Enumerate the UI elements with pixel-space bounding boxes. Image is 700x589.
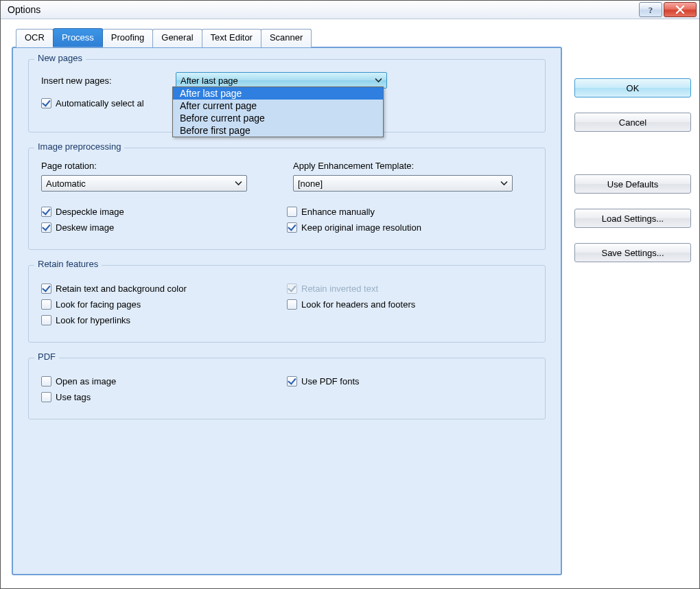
retain-text-bg-checkbox[interactable] [41, 284, 51, 294]
group-pdf: PDF Open as image Use tags Use PDF fonts [28, 358, 546, 419]
ok-button[interactable]: OK [574, 78, 691, 97]
page-rotation-select[interactable]: Automatic [41, 175, 247, 192]
use-tags-label: Use tags [56, 392, 91, 402]
tab-general[interactable]: General [152, 29, 202, 47]
tab-proofing[interactable]: Proofing [102, 29, 153, 47]
imgprep-checkcols: Despeckle image Deskew image Enhance man… [41, 201, 533, 238]
tab-strip: OCR Process Proofing General Text Editor… [16, 29, 562, 47]
titlebar: Options ? [1, 1, 699, 19]
right-column: OK Cancel Use Defaults Load Settings... … [574, 29, 691, 576]
svg-text:?: ? [649, 5, 653, 14]
tab-process[interactable]: Process [53, 28, 103, 47]
imgprep-topcols: Page rotation: Automatic Apply Enhanceme… [41, 161, 533, 192]
keep-resolution-checkbox[interactable] [287, 222, 297, 233]
use-pdf-fonts-label: Use PDF fonts [301, 376, 360, 386]
look-hyperlinks-label: Look for hyperlinks [56, 315, 130, 325]
auto-select-label: Automatically select al [56, 98, 144, 108]
chevron-down-icon [375, 78, 382, 83]
tab-panel: New pages Insert new pages: After last p… [12, 47, 562, 575]
close-icon [675, 5, 685, 14]
use-tags-checkbox[interactable] [41, 392, 51, 402]
group-image-preprocessing: Image preprocessing Page rotation: Autom… [28, 148, 546, 250]
chevron-down-icon [500, 181, 508, 186]
dropdown-item-after-last[interactable]: After last page [173, 87, 383, 100]
deskew-label: Deskew image [56, 222, 114, 233]
help-icon: ? [646, 5, 655, 14]
help-button[interactable]: ? [639, 2, 662, 17]
enhancement-template-value: [none] [298, 178, 323, 189]
titlebar-buttons: ? [639, 2, 697, 17]
enhance-manually-label: Enhance manually [301, 207, 375, 217]
group-retain-features: Retain features Retain text and backgrou… [28, 265, 546, 343]
tab-text-editor[interactable]: Text Editor [202, 29, 261, 47]
look-facing-label: Look for facing pages [56, 299, 141, 310]
use-defaults-button[interactable]: Use Defaults [574, 174, 691, 194]
window-title: Options [8, 4, 40, 15]
enhancement-template-select[interactable]: [none] [293, 175, 513, 192]
page-rotation-label: Page rotation: [41, 161, 281, 171]
despeckle-label: Despeckle image [56, 207, 124, 217]
close-button[interactable] [664, 2, 697, 17]
open-as-image-checkbox[interactable] [41, 376, 51, 386]
enhancement-template-label: Apply Enhancement Template: [293, 161, 533, 171]
retain-inverted-label: Retain inverted text [301, 284, 378, 294]
dropdown-item-after-current[interactable]: After current page [173, 100, 383, 112]
look-headers-label: Look for headers and footers [301, 299, 415, 310]
dialog-body: OCR Process Proofing General Text Editor… [1, 19, 699, 588]
group-title-new-pages: New pages [34, 53, 86, 63]
dropdown-item-before-current[interactable]: Before current page [173, 112, 383, 124]
tab-ocr[interactable]: OCR [16, 29, 54, 47]
auto-select-checkbox[interactable] [41, 98, 51, 108]
deskew-checkbox[interactable] [41, 222, 51, 233]
keep-resolution-label: Keep original image resolution [301, 222, 421, 233]
chevron-down-icon [235, 181, 242, 186]
left-column: OCR Process Proofing General Text Editor… [12, 29, 562, 576]
look-headers-checkbox[interactable] [287, 299, 297, 310]
tab-scanner[interactable]: Scanner [261, 29, 312, 47]
retain-text-bg-label: Retain text and background color [56, 284, 187, 294]
enhance-manually-checkbox[interactable] [287, 207, 297, 217]
insert-new-pages-value: After last page [180, 76, 238, 86]
group-title-image-preprocessing: Image preprocessing [34, 141, 124, 152]
page-rotation-value: Automatic [46, 178, 86, 189]
options-dialog: Options ? OCR Process Proofing General T… [0, 0, 700, 589]
despeckle-checkbox[interactable] [41, 207, 51, 217]
retain-inverted-checkbox [287, 284, 297, 294]
save-settings-button[interactable]: Save Settings... [574, 243, 691, 262]
look-facing-checkbox[interactable] [41, 299, 51, 310]
insert-new-pages-dropdown[interactable]: After last page After current page Befor… [172, 86, 384, 137]
insert-new-pages-label: Insert new pages: [41, 76, 176, 86]
retain-cols: Retain text and background color Look fo… [41, 278, 533, 331]
use-pdf-fonts-checkbox[interactable] [287, 376, 297, 386]
look-hyperlinks-checkbox[interactable] [41, 315, 51, 325]
load-settings-button[interactable]: Load Settings... [574, 209, 691, 228]
group-title-retain: Retain features [34, 259, 102, 269]
open-as-image-label: Open as image [56, 376, 116, 386]
pdf-cols: Open as image Use tags Use PDF fonts [41, 371, 533, 408]
dropdown-item-before-first[interactable]: Before first page [173, 124, 383, 137]
cancel-button[interactable]: Cancel [574, 113, 691, 132]
group-title-pdf: PDF [34, 351, 59, 362]
